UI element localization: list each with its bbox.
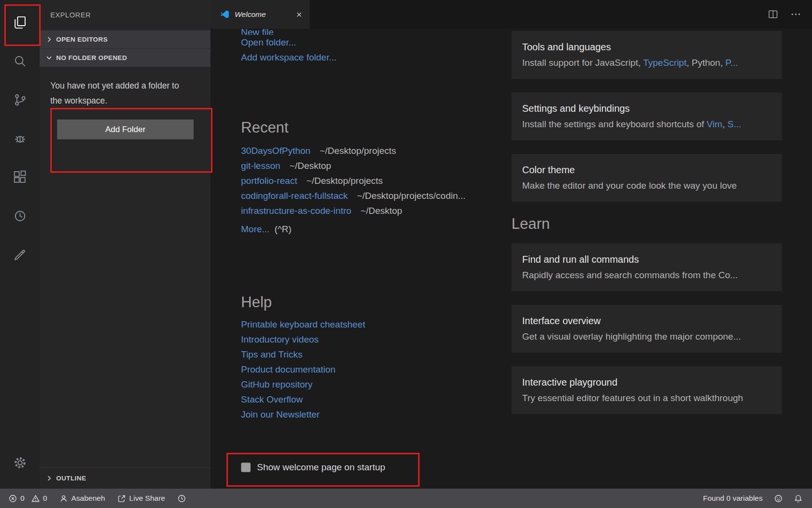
outline-label: OUTLINE (56, 475, 86, 482)
card-title: Color theme (522, 164, 771, 176)
search-icon (13, 54, 28, 69)
recent-item-link[interactable]: 30DaysOfPython (241, 146, 311, 156)
card-interface-overview[interactable]: Interface overview Get a visual overlay … (511, 305, 782, 353)
help-heading: Help (241, 294, 508, 311)
activity-search-button[interactable] (0, 42, 40, 80)
card-settings-and-keybindings[interactable]: Settings and keybindings Install the set… (511, 92, 782, 140)
card-title: Interface overview (522, 314, 771, 327)
recent-more-shortcut: (^R) (274, 224, 291, 234)
account-status[interactable]: Asabeneh (60, 494, 105, 503)
typescript-link[interactable]: TypeScript (643, 58, 687, 68)
error-icon (9, 494, 17, 503)
recent-item-link[interactable]: git-lesson (241, 161, 280, 171)
tab-title: Welcome (235, 10, 291, 19)
tab-close-icon[interactable]: × (296, 10, 302, 19)
explorer-sidebar: EXPLORER OPEN EDITORS NO FOLDER OPENED Y… (40, 0, 211, 489)
card-find-run-commands[interactable]: Find and run all commands Rapidly access… (511, 243, 782, 291)
card-title: Tools and languages (522, 41, 771, 53)
recent-item-path: ~/Desktop/projects/codin... (357, 191, 466, 201)
add-folder-button[interactable]: Add Folder (57, 120, 194, 139)
help-link-introductory-videos[interactable]: Introductory videos (241, 332, 508, 347)
gear-icon (13, 455, 28, 470)
recent-more-row: More...(^R) (241, 222, 508, 237)
new-file-link-clipped: New file (241, 29, 508, 35)
truncated-link[interactable]: P... (725, 58, 738, 68)
found-variables-status: Found 0 variables (703, 494, 763, 503)
recent-more-link[interactable]: More... (241, 224, 270, 234)
help-link-keyboard-cheatsheet[interactable]: Printable keyboard cheatsheet (241, 317, 508, 332)
activity-explorer-button[interactable] (0, 3, 40, 42)
warning-icon (31, 494, 40, 503)
card-description: Install the settings and keyboard shortc… (522, 118, 771, 131)
help-link-github-repository[interactable]: GitHub repository (241, 377, 508, 392)
startup-checkbox-row: Show welcome page on startup (241, 462, 508, 473)
new-file-link[interactable]: New file (241, 29, 274, 35)
timer-status[interactable] (178, 494, 186, 503)
live-share-status[interactable]: Live Share (118, 494, 165, 503)
tab-bar: Welcome × (211, 0, 812, 29)
help-link-product-documentation[interactable]: Product documentation (241, 362, 508, 377)
recent-item-link[interactable]: codingforall-react-fullstack (241, 191, 348, 201)
status-bar-right: Found 0 variables (703, 494, 802, 503)
recent-item: infrastructure-as-code-intro~/Desktop (241, 203, 508, 218)
chevron-down-icon (45, 54, 53, 62)
activity-extension-pen-button[interactable] (0, 235, 40, 274)
recent-heading: Recent (241, 119, 508, 136)
help-link-join-newsletter[interactable]: Join our Newsletter (241, 407, 508, 422)
recent-item-link[interactable]: portfolio-react (241, 176, 297, 186)
person-icon (60, 494, 68, 503)
debug-bug-icon (13, 131, 28, 146)
smiley-feedback-icon[interactable] (774, 494, 782, 503)
editor-actions (767, 0, 812, 29)
card-tools-and-languages[interactable]: Tools and languages Install support for … (511, 31, 782, 79)
bell-notifications-icon[interactable] (794, 494, 802, 503)
status-bar: 0 0 Asabeneh Live Share Found 0 variable… (0, 489, 812, 508)
no-folder-section-header[interactable]: NO FOLDER OPENED (40, 48, 211, 67)
card-color-theme[interactable]: Color theme Make the editor and your cod… (511, 154, 782, 202)
recent-item: portfolio-react~/Desktop/projects (241, 173, 508, 188)
learn-heading: Learn (511, 215, 782, 233)
editor-area: Welcome × New file Open folder... Add wo… (211, 0, 812, 489)
card-description: Try essential editor features out in a s… (522, 392, 771, 404)
open-editors-section-header[interactable]: OPEN EDITORS (40, 30, 211, 48)
error-count: 0 (20, 494, 25, 503)
recent-item-link[interactable]: infrastructure-as-code-intro (241, 206, 351, 216)
activity-source-control-button[interactable] (0, 80, 40, 119)
truncated-link[interactable]: S... (727, 119, 741, 129)
clock-icon (13, 209, 28, 224)
activity-settings-button[interactable] (0, 443, 40, 482)
pen-icon (13, 247, 28, 262)
outline-section-header[interactable]: OUTLINE (40, 467, 211, 489)
open-folder-link[interactable]: Open folder... (241, 35, 508, 50)
help-link-stack-overflow[interactable]: Stack Overflow (241, 392, 508, 407)
help-link-tips-and-tricks[interactable]: Tips and Tricks (241, 347, 508, 362)
more-actions-icon[interactable] (790, 9, 801, 20)
activity-debug-button[interactable] (0, 119, 40, 158)
card-description: Get a visual overlay highlighting the ma… (522, 330, 771, 343)
activity-timeline-button[interactable] (0, 196, 40, 235)
welcome-page: New file Open folder... Add workspace fo… (211, 29, 812, 489)
tab-welcome[interactable]: Welcome × (211, 0, 310, 29)
no-folder-message: You have not yet added a folder to the w… (50, 78, 193, 108)
no-folder-label: NO FOLDER OPENED (56, 54, 127, 61)
split-editor-icon[interactable] (767, 9, 779, 20)
problems-status[interactable]: 0 0 (9, 494, 47, 503)
extensions-icon (13, 170, 28, 185)
help-list: Printable keyboard cheatsheet Introducto… (241, 317, 508, 422)
sidebar-title: EXPLORER (40, 0, 211, 30)
share-icon (118, 494, 126, 503)
recent-item: git-lesson~/Desktop (241, 158, 508, 173)
welcome-right-column: Tools and languages Install support for … (511, 31, 782, 428)
warning-count: 0 (43, 494, 47, 503)
card-description: Install support for JavaScript, TypeScri… (522, 57, 771, 69)
recent-item-path: ~/Desktop/projects (320, 146, 396, 156)
activity-extensions-button[interactable] (0, 158, 40, 196)
recent-item: 30DaysOfPython~/Desktop/projects (241, 143, 508, 158)
vim-link[interactable]: Vim (707, 119, 722, 129)
card-interactive-playground[interactable]: Interactive playground Try essential edi… (511, 366, 782, 414)
add-workspace-folder-link[interactable]: Add workspace folder... (241, 50, 508, 65)
clock-icon (178, 494, 186, 503)
card-title: Interactive playground (522, 376, 771, 388)
startup-checkbox[interactable] (241, 463, 251, 472)
welcome-left-column: New file Open folder... Add workspace fo… (241, 29, 508, 473)
